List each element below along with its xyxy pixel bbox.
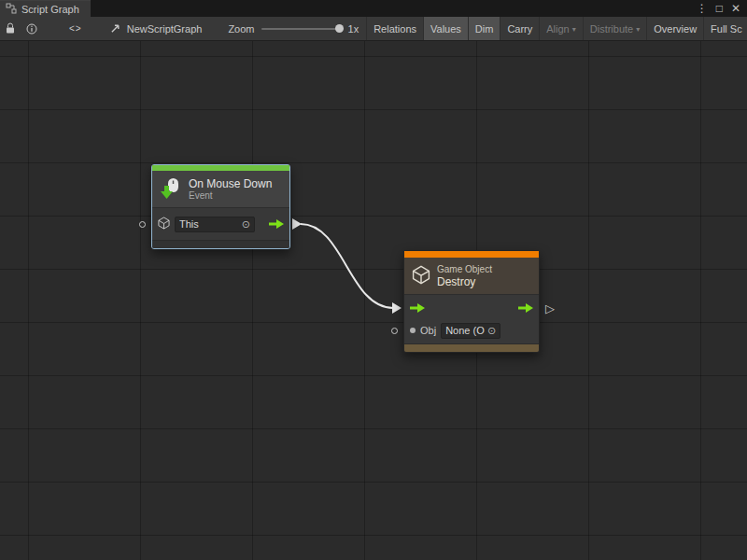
graph-toolbar: <> NewScriptGraph Zoom 1x Relations Valu… [0,17,747,41]
maximize-icon[interactable]: □ [716,3,723,14]
unity-script-graph-window: Script Graph ⋮ □ ✕ <> [0,0,747,560]
destroy-accent-bar [404,251,539,258]
carry-button[interactable]: Carry [500,17,539,40]
object-picker-icon[interactable]: ⊙ [242,219,250,230]
obj-row: Obj None (O ⊙ [410,319,533,342]
graph-asset-name: NewScriptGraph [127,23,203,35]
relations-button[interactable]: Relations [366,17,423,40]
target-field[interactable]: This ⊙ [175,217,255,232]
graph-asset-icon [110,21,122,35]
obj-label: Obj [420,325,436,336]
wire-start-arrow [292,218,302,230]
zoom-value: 1x [348,23,359,35]
mouse-down-icon [160,177,182,202]
code-icon[interactable]: <> [69,23,82,34]
gameobject-cube-icon [158,217,170,231]
node-header: On Mouse Down Event [152,171,289,208]
info-icon[interactable] [26,23,37,35]
zoom-slider-handle[interactable] [335,24,344,33]
overview-button[interactable]: Overview [646,17,703,40]
window-controls: ⋮ □ ✕ [697,0,747,17]
node-destroy[interactable]: Game Object Destroy [403,250,540,353]
obj-field-value: None (O [445,325,485,336]
dropdown-arrow-icon: ▾ [572,24,576,34]
connection-wire[interactable] [301,224,393,308]
toolbar-buttons: Relations Values Dim Carry Align ▾ Distr… [366,17,747,40]
node-subtitle: Event [189,190,272,202]
graph-canvas[interactable]: On Mouse Down Event This ⊙ [0,41,747,560]
menu-icon[interactable]: ⋮ [697,3,708,14]
node-footer [404,343,539,352]
flow-row [410,297,533,319]
flow-input-port[interactable] [410,302,425,314]
node-on-mouse-down[interactable]: On Mouse Down Event This ⊙ [151,164,290,249]
node-body: Obj None (O ⊙ [404,295,539,343]
zoom-label: Zoom [228,23,254,35]
fullscreen-button[interactable]: Full Sc [703,17,747,40]
flow-continuation-icon[interactable]: ▷ [545,302,555,315]
align-button: Align ▾ [539,17,582,40]
wire-end-arrow [392,302,402,314]
flow-output-port[interactable] [518,302,533,314]
zoom-slider[interactable] [261,28,344,30]
distribute-button: Distribute ▾ [583,17,646,40]
dropdown-arrow-icon: ▾ [636,24,640,34]
node-body: This ⊙ [152,208,289,240]
tab-title: Script Graph [21,4,79,15]
flow-output-port[interactable] [269,218,284,230]
gameobject-cube-icon [412,265,430,287]
node-title: Destroy [437,275,492,288]
object-picker-icon[interactable]: ⊙ [487,326,496,336]
close-icon[interactable]: ✕ [731,3,740,14]
graph-asset-button[interactable]: NewScriptGraph [110,21,203,35]
target-row: This ⊙ [158,210,284,238]
node-title: On Mouse Down [189,177,272,190]
node-header: Game Object Destroy [404,258,539,295]
dim-button[interactable]: Dim [468,17,500,40]
tab-script-graph[interactable]: Script Graph [0,0,91,17]
node-footer [152,240,289,248]
connection-layer [0,41,747,560]
values-button[interactable]: Values [423,17,468,40]
target-field-value: This [179,218,239,230]
titlebar: Script Graph ⋮ □ ✕ [0,0,747,17]
target-input-port[interactable] [139,221,146,228]
script-graph-icon [6,3,17,16]
obj-input-port[interactable] [391,328,398,334]
obj-field[interactable]: None (O ⊙ [441,323,500,339]
lock-icon[interactable] [6,22,15,35]
value-port-dot[interactable] [410,328,416,333]
node-category: Game Object [437,264,492,275]
